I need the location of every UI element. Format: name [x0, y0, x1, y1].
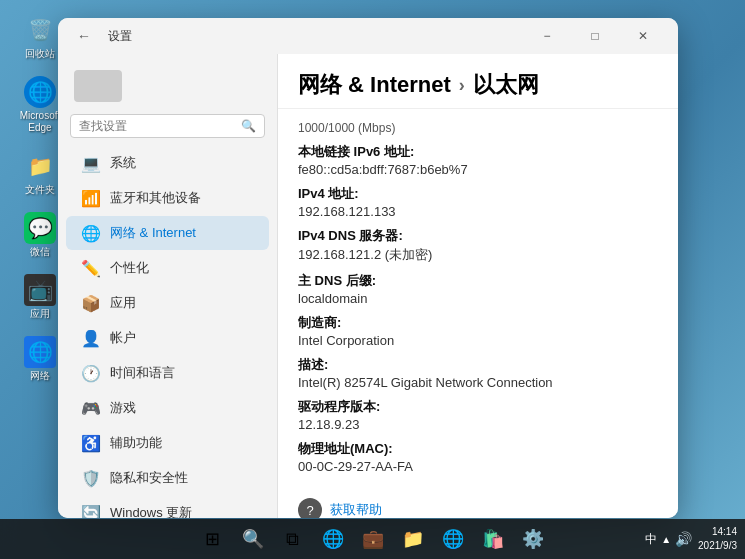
minimize-button[interactable]: − [524, 20, 570, 52]
accounts-icon: 👤 [82, 329, 100, 347]
time-label: 时间和语言 [110, 364, 175, 382]
info-driver-section: 驱动程序版本: 12.18.9.23 [298, 398, 658, 432]
edge-icon: 🌐 [24, 76, 56, 108]
accessibility-icon: ♿ [82, 434, 100, 452]
info-manufacturer-section: 制造商: Intel Corporation [298, 314, 658, 348]
content-area: 🔍 💻 系统 📶 蓝牙和其他设备 🌐 网络 & Internet [58, 54, 678, 518]
manufacturer-label: 制造商: [298, 314, 658, 332]
dns-value: 192.168.121.2 (未加密) [298, 246, 658, 264]
maximize-button[interactable]: □ [572, 20, 618, 52]
info-description-section: 描述: Intel(R) 82574L Gigabit Network Conn… [298, 356, 658, 390]
sidebar-item-system[interactable]: 💻 系统 [66, 146, 269, 180]
help-icon: ? [298, 498, 322, 518]
taskbar-sys-icons: 中 ▲ 🔊 [645, 531, 692, 548]
time-icon: 🕐 [82, 364, 100, 382]
sidebar-item-network[interactable]: 🌐 网络 & Internet [66, 216, 269, 250]
sidebar-item-time[interactable]: 🕐 时间和语言 [66, 356, 269, 390]
taskbar-center: ⊞ 🔍 ⧉ 🌐 💼 📁 🌐 🛍️ ⚙️ [195, 521, 551, 557]
driver-value: 12.18.9.23 [298, 417, 658, 432]
sidebar-item-gaming[interactable]: 🎮 游戏 [66, 391, 269, 425]
sidebar-item-accessibility[interactable]: ♿ 辅助功能 [66, 426, 269, 460]
title-bar-nav: ← 设置 [70, 22, 132, 50]
privacy-icon: 🛡️ [82, 469, 100, 487]
window-controls: − □ ✕ [524, 20, 666, 52]
help-link-container[interactable]: ? 获取帮助 [298, 490, 658, 518]
taskbar-store[interactable]: 🛍️ [475, 521, 511, 557]
taskbar-clock[interactable]: 14:14 2021/9/3 [698, 525, 737, 553]
back-button[interactable]: ← [70, 22, 98, 50]
network-desktop-label: 网络 [30, 370, 50, 382]
privacy-label: 隐私和安全性 [110, 469, 188, 487]
dns-label: IPv4 DNS 服务器: [298, 227, 658, 245]
wechat-icon: 💬 [24, 212, 56, 244]
suffix-label: 主 DNS 后缀: [298, 272, 658, 290]
network-label: 网络 & Internet [110, 224, 196, 242]
info-dns-section: IPv4 DNS 服务器: 192.168.121.2 (未加密) [298, 227, 658, 264]
speed-value: 1000/1000 (Mbps) [298, 121, 658, 135]
accounts-label: 帐户 [110, 329, 136, 347]
taskbar-search[interactable]: 🔍 [235, 521, 271, 557]
driver-label: 驱动程序版本: [298, 398, 658, 416]
search-box[interactable]: 🔍 [70, 114, 265, 138]
search-icon[interactable]: 🔍 [241, 119, 256, 133]
info-ipv4-section: IPv4 地址: 192.168.121.133 [298, 185, 658, 219]
info-suffix-section: 主 DNS 后缀: localdomain [298, 272, 658, 306]
mac-label: 物理地址(MAC): [298, 440, 658, 458]
taskbar: ⊞ 🔍 ⧉ 🌐 💼 📁 🌐 🛍️ ⚙️ 中 ▲ 🔊 14:14 2021/9/3 [0, 519, 745, 559]
taskbar-right: 中 ▲ 🔊 14:14 2021/9/3 [645, 525, 737, 553]
apps-label: 应用 [110, 294, 136, 312]
bluetooth-label: 蓝牙和其他设备 [110, 189, 201, 207]
description-label: 描述: [298, 356, 658, 374]
folder-label: 文件夹 [25, 184, 55, 196]
sidebar-item-apps[interactable]: 📦 应用 [66, 286, 269, 320]
breadcrumb-current: 以太网 [473, 70, 539, 100]
sidebar-item-personalize[interactable]: ✏️ 个性化 [66, 251, 269, 285]
taskbar-files[interactable]: 📁 [395, 521, 431, 557]
gaming-label: 游戏 [110, 399, 136, 417]
recycle-bin-label: 回收站 [25, 48, 55, 60]
taskbar-settings[interactable]: ⚙️ [515, 521, 551, 557]
sidebar-item-windows-update[interactable]: 🔄 Windows 更新 [66, 496, 269, 518]
taskbar-edge[interactable]: 🌐 [315, 521, 351, 557]
sidebar-item-privacy[interactable]: 🛡️ 隐私和安全性 [66, 461, 269, 495]
taskbar-teams[interactable]: 💼 [355, 521, 391, 557]
taskbar-start[interactable]: ⊞ [195, 521, 231, 557]
taskbar-chevron[interactable]: ▲ [661, 534, 671, 545]
system-label: 系统 [110, 154, 136, 172]
manufacturer-value: Intel Corporation [298, 333, 658, 348]
taskbar-volume[interactable]: 🔊 [675, 531, 692, 547]
wechat-label: 微信 [30, 246, 50, 258]
ipv4-label: IPv4 地址: [298, 185, 658, 203]
desktop: 🗑️ 回收站 🌐 Microsoft Edge 📁 文件夹 💬 微信 📺 应用 … [0, 0, 745, 559]
close-button[interactable]: ✕ [620, 20, 666, 52]
taskbar-ime[interactable]: 中 [645, 531, 657, 548]
ipv4-value: 192.168.121.133 [298, 204, 658, 219]
apps-icon: 📦 [82, 294, 100, 312]
windows-update-icon: 🔄 [82, 504, 100, 518]
taskbar-taskview[interactable]: ⧉ [275, 521, 311, 557]
sidebar-item-bluetooth[interactable]: 📶 蓝牙和其他设备 [66, 181, 269, 215]
search-input[interactable] [79, 119, 241, 133]
sidebar-header [58, 62, 277, 106]
windows-update-label: Windows 更新 [110, 504, 192, 518]
network-desktop-icon: 🌐 [24, 336, 56, 368]
clock-time: 14:14 [698, 525, 737, 539]
sidebar-item-accounts[interactable]: 👤 帐户 [66, 321, 269, 355]
breadcrumb-parent: 网络 & Internet [298, 70, 451, 100]
accessibility-label: 辅助功能 [110, 434, 162, 452]
title-bar: ← 设置 − □ ✕ [58, 18, 678, 54]
description-value: Intel(R) 82574L Gigabit Network Connecti… [298, 375, 658, 390]
window-title: 设置 [108, 28, 132, 45]
bluetooth-icon: 📶 [82, 189, 100, 207]
network-icon: 🌐 [82, 224, 100, 242]
settings-window: ← 设置 − □ ✕ 🔍 [58, 18, 678, 518]
personalize-label: 个性化 [110, 259, 149, 277]
main-panel: 网络 & Internet › 以太网 1000/1000 (Mbps) 本地链… [278, 54, 678, 518]
help-link[interactable]: 获取帮助 [330, 501, 382, 518]
taskbar-edge2[interactable]: 🌐 [435, 521, 471, 557]
personalize-icon: ✏️ [82, 259, 100, 277]
nav-list: 💻 系统 📶 蓝牙和其他设备 🌐 网络 & Internet ✏️ 个性化 [58, 146, 277, 518]
info-mac-section: 物理地址(MAC): 00-0C-29-27-AA-FA [298, 440, 658, 474]
mac-value: 00-0C-29-27-AA-FA [298, 459, 658, 474]
recycle-bin-icon: 🗑️ [24, 14, 56, 46]
